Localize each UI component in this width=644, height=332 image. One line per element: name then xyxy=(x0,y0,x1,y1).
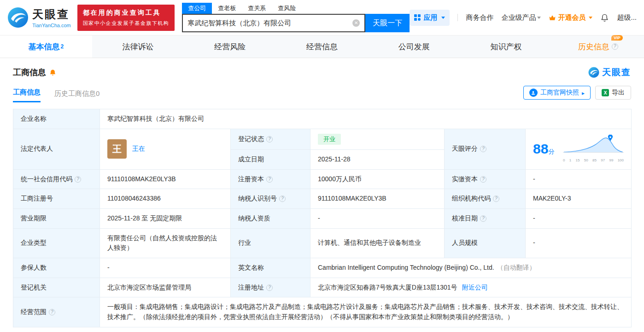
subtab-history-business-info[interactable]: 历史工商信息0 xyxy=(54,89,100,102)
field-value-credit-code: 91110108MAK2E0LY3B xyxy=(100,169,231,189)
field-label-reg-address: 注册地址 xyxy=(231,278,310,297)
table-row: 营业期限 2025-11-28 至 无固定期限 纳税人资质 - 核准日期 - xyxy=(13,208,632,228)
field-value-business-scope: 一般项目：集成电路销售；集成电路设计；集成电路芯片及产品制造；集成电路芯片设计及… xyxy=(100,297,632,327)
nav-open-vip[interactable]: 开通会员 xyxy=(549,13,592,22)
field-value-legal-rep: 王 王在 xyxy=(100,129,231,169)
help-icon[interactable] xyxy=(266,176,273,183)
field-value-reg-address: 北京市海淀区知春路7号致真大厦D座13层1301号附近公司 xyxy=(310,278,632,297)
help-icon[interactable] xyxy=(75,176,81,183)
field-value-industry: 计算机、通信和其他电子设备制造业 xyxy=(310,228,445,258)
score-chart: 01 1550 8597 99100 xyxy=(563,135,624,163)
tab-company-development[interactable]: 公司发展 xyxy=(368,36,460,58)
help-icon[interactable] xyxy=(493,196,499,202)
brand-text: 天眼查 xyxy=(602,66,631,78)
table-row: 工商注册号 110108046243386 纳税人识别号 91110108MAK… xyxy=(13,189,632,209)
section-title: 工商信息 xyxy=(13,67,46,78)
subtab-label: 历史工商信息 xyxy=(54,89,96,97)
field-value-reg-capital: 10000万人民币 xyxy=(310,169,445,189)
field-label-business-scope: 经营范围 xyxy=(13,297,100,327)
tab-intellectual-property[interactable]: 知识产权 xyxy=(460,36,552,58)
field-value-staff-size: - xyxy=(526,228,632,258)
tab-business-risk[interactable]: 经营风险 xyxy=(184,36,276,58)
crown-icon xyxy=(549,15,556,21)
help-icon[interactable] xyxy=(266,136,273,142)
field-value-registry-authority: 北京市海淀区市场监督管理局 xyxy=(100,278,231,297)
logo-text-cn: 天眼查 xyxy=(32,7,71,22)
official-snapshot-button[interactable]: 工商官网快照 xyxy=(523,86,591,100)
export-button[interactable]: 导出 xyxy=(595,86,631,100)
field-label-reg-number: 工商注册号 xyxy=(13,189,100,209)
field-label-staff-size: 人员规模 xyxy=(445,228,526,258)
promo-line-1: 都在用的商业查询工具 xyxy=(83,9,170,17)
legal-rep-avatar[interactable]: 王 xyxy=(107,139,127,159)
logo-text-domain: TianYanCha.com xyxy=(32,23,71,28)
business-info-table: 企业名称 寒武纪智算科技（北京）有限公司 法定代表人 王 王在 登记状态 开业 … xyxy=(13,109,632,327)
field-label-industry: 行业 xyxy=(231,228,310,258)
search-tab-company[interactable]: 查公司 xyxy=(182,3,212,14)
field-label-company-type: 企业类型 xyxy=(13,228,100,258)
search-button[interactable]: 天眼一下 xyxy=(365,14,410,32)
field-label-credit-code: 统一社会信用代码 xyxy=(13,169,100,189)
help-icon[interactable] xyxy=(49,309,55,315)
field-label-english-name: 英文名称 xyxy=(231,258,310,278)
promo-line-2: 国家中小企业发展子基金旗下机构 xyxy=(83,20,170,27)
nav-business-cooperation[interactable]: 商务合作 xyxy=(466,13,493,22)
field-label-org-code: 组织机构代码 xyxy=(445,189,526,209)
nav-super[interactable]: 超级... xyxy=(617,13,637,22)
subtab-row: 工商信息 历史工商信息0 工商官网快照 导出 xyxy=(13,86,631,102)
notification-bell-icon[interactable] xyxy=(600,13,609,22)
table-row: 企业类型 有限责任公司（自然人投资或控股的法人独资） 行业 计算机、通信和其他电… xyxy=(13,228,632,258)
legal-rep-link[interactable]: 王在 xyxy=(132,144,145,154)
table-row: 经营范围 一般项目：集成电路销售；集成电路设计；集成电路芯片及产品制造；集成电路… xyxy=(13,297,632,327)
tab-basic-info[interactable]: 基本信息2 xyxy=(0,36,92,58)
help-icon[interactable] xyxy=(279,196,286,202)
field-value-company-name: 寒武纪智算科技（北京）有限公司 xyxy=(100,109,632,129)
field-value-business-term: 2025-11-28 至 无固定期限 xyxy=(100,208,231,228)
field-value-tyc-score: 88分 01 1550 8597 99100 xyxy=(526,129,632,169)
promo-banner: 都在用的商业查询工具 国家中小企业发展子基金旗下机构 xyxy=(77,5,175,31)
field-label-insured-count: 参保人数 xyxy=(13,258,100,278)
help-icon[interactable] xyxy=(266,285,273,291)
nav-enterprise-product[interactable]: 企业级产品 xyxy=(501,13,541,22)
tab-legal-litigation[interactable]: 法律诉讼 xyxy=(92,36,184,58)
tianyancha-logo[interactable]: 天眼查 TianYanCha.com xyxy=(7,7,71,28)
company-nav-tabs: 基本信息2 法律诉讼 经营风险 经营信息 公司发展 知识产权 VIP 历史信息 xyxy=(0,35,644,58)
help-icon[interactable] xyxy=(480,146,486,152)
field-value-taxpayer-qualification: - xyxy=(310,208,445,228)
status-badge: 开业 xyxy=(318,134,341,145)
auto-translate-note: （自动翻译） xyxy=(497,264,536,271)
tab-label: 知识产权 xyxy=(490,42,521,52)
search-box xyxy=(182,14,365,32)
field-value-reg-status: 开业 xyxy=(310,129,445,149)
nearby-companies-link[interactable]: 附近公司 xyxy=(462,284,488,291)
top-header: 天眼查 TianYanCha.com 都在用的商业查询工具 国家中小企业发展子基… xyxy=(0,0,644,35)
tab-business-info[interactable]: 经营信息 xyxy=(276,36,368,58)
search-tab-relation[interactable]: 查关系 xyxy=(242,3,272,14)
apps-menu[interactable]: 应用 xyxy=(410,10,450,26)
section-brand: 天眼查 xyxy=(588,66,631,78)
help-icon[interactable] xyxy=(480,176,486,183)
table-row: 登记机关 北京市海淀区市场监督管理局 注册地址 北京市海淀区知春路7号致真大厦D… xyxy=(13,278,632,297)
enterprise-label: 企业级产品 xyxy=(501,13,536,22)
subscribe-bell-icon[interactable] xyxy=(49,69,56,76)
search-tab-boss[interactable]: 查老板 xyxy=(212,3,242,14)
field-label-paid-capital: 实缴资本 xyxy=(445,169,526,189)
help-icon[interactable] xyxy=(480,215,486,222)
tab-label: 经营风险 xyxy=(214,42,246,52)
tianyancha-logo-icon xyxy=(588,67,599,78)
person-icon xyxy=(529,89,538,97)
help-icon[interactable] xyxy=(612,43,618,50)
field-value-paid-capital: - xyxy=(526,169,632,189)
search-input[interactable] xyxy=(187,19,352,27)
search-tab-risk[interactable]: 查风险 xyxy=(272,3,302,14)
field-label-tyc-score: 天眼评分 xyxy=(445,129,526,169)
tab-label: 法律诉讼 xyxy=(123,42,154,52)
tab-history-info[interactable]: VIP 历史信息 xyxy=(552,36,644,58)
subtab-business-info[interactable]: 工商信息 xyxy=(13,88,41,102)
field-value-approval-date: - xyxy=(526,208,632,228)
field-label-taxpayer-qualification: 纳税人资质 xyxy=(231,208,310,228)
vip-badge: VIP xyxy=(611,35,623,41)
tab-badge: 2 xyxy=(61,43,64,50)
field-label-approval-date: 核准日期 xyxy=(445,208,526,228)
clear-search-icon[interactable] xyxy=(352,19,360,27)
